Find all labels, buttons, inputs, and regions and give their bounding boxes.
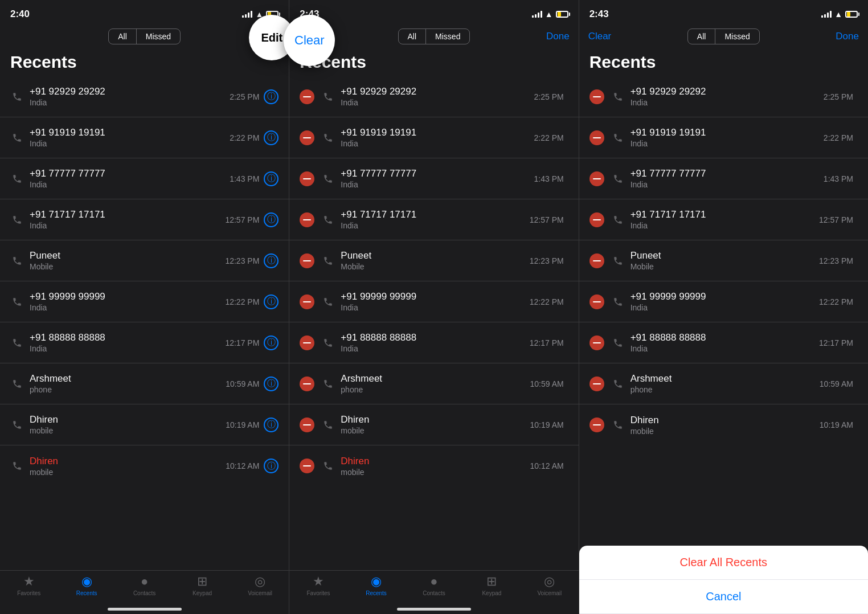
call-item[interactable]: +91 71717 17171India12:57 PM (289, 199, 578, 240)
call-subtext: mobile (341, 468, 530, 477)
signal-icon (821, 11, 832, 18)
call-time: 10:19 AM (530, 420, 564, 429)
call-time: 2:22 PM (230, 133, 259, 142)
call-item[interactable]: Dhirenmobile10:19 AM (289, 404, 578, 445)
info-button[interactable]: ⓘ (264, 212, 279, 227)
delete-button[interactable] (589, 171, 604, 186)
call-time: 12:22 PM (819, 297, 853, 306)
call-item[interactable]: +91 71717 17171India12:57 PM (579, 199, 868, 240)
call-item[interactable]: +91 77777 77777India1:43 PM (289, 158, 578, 199)
clear-circle-highlight[interactable]: Clear (284, 15, 335, 66)
info-button[interactable]: ⓘ (264, 294, 279, 309)
delete-button[interactable] (300, 335, 314, 350)
delete-button[interactable] (300, 294, 314, 309)
call-info: +91 71717 17171India (341, 209, 529, 230)
delete-button[interactable] (589, 294, 604, 309)
delete-button[interactable] (589, 376, 604, 391)
nav-bar: ClearAllMissedDoneClear (289, 25, 578, 50)
call-item[interactable]: Dhirenmobile10:19 AMⓘ (0, 404, 289, 445)
delete-button[interactable] (589, 130, 604, 145)
cancel-button[interactable]: Cancel (579, 580, 868, 614)
call-item[interactable]: +91 91919 19191India2:22 PMⓘ (0, 117, 289, 158)
delete-button[interactable] (589, 253, 604, 268)
info-button[interactable]: ⓘ (264, 89, 279, 104)
call-item[interactable]: +91 77777 77777India1:43 PM (579, 158, 868, 199)
call-item[interactable]: Arshmeetphone10:59 AM (579, 363, 868, 404)
tab-voicemail[interactable]: ◎Voicemail (243, 574, 277, 596)
tab-favorites[interactable]: ★Favorites (12, 574, 46, 596)
call-item[interactable]: +91 92929 29292India2:25 PM (289, 76, 578, 117)
delete-button[interactable] (300, 459, 314, 473)
delete-button[interactable] (300, 171, 314, 186)
delete-button[interactable] (589, 335, 604, 350)
call-subtext: India (630, 98, 824, 107)
segment-all[interactable]: All (399, 29, 427, 44)
call-item[interactable]: Dhirenmobile10:19 AM (579, 404, 868, 445)
tab-keypad[interactable]: ⊞Keypad (185, 574, 219, 596)
delete-button[interactable] (589, 417, 604, 432)
call-info: +91 77777 77777India (30, 168, 230, 189)
phone-icon (611, 92, 625, 102)
tab-voicemail[interactable]: ◎Voicemail (533, 574, 567, 596)
call-item[interactable]: PuneetMobile12:23 PM (289, 240, 578, 281)
call-item[interactable]: Arshmeetphone10:59 AMⓘ (0, 363, 289, 404)
delete-button[interactable] (300, 417, 314, 432)
tab-contacts[interactable]: ●Contacts (128, 574, 162, 596)
info-button[interactable]: ⓘ (264, 417, 279, 432)
call-time: 12:23 PM (225, 256, 259, 265)
call-item[interactable]: Dhirenmobile10:12 AMⓘ (0, 445, 289, 486)
call-time: 1:43 PM (534, 174, 564, 183)
segment-missed[interactable]: Missed (137, 29, 180, 44)
call-item[interactable]: +91 88888 88888India12:17 PMⓘ (0, 322, 289, 363)
info-button[interactable]: ⓘ (264, 376, 279, 391)
call-item[interactable]: +91 91919 19191India2:22 PM (289, 117, 578, 158)
call-item[interactable]: +91 92929 29292India2:25 PM (579, 76, 868, 117)
status-bar: 2:43 ▲ (289, 0, 578, 25)
segment-missed[interactable]: Missed (426, 29, 469, 44)
call-item[interactable]: Arshmeetphone10:59 AM (289, 363, 578, 404)
call-item[interactable]: +91 77777 77777India1:43 PMⓘ (0, 158, 289, 199)
info-button[interactable]: ⓘ (264, 171, 279, 186)
clear-button[interactable]: Clear (588, 28, 612, 44)
tab-recents[interactable]: ◉Recents (69, 574, 104, 596)
call-item[interactable]: +91 99999 99999India12:22 PMⓘ (0, 281, 289, 322)
call-item[interactable]: +91 71717 17171India12:57 PMⓘ (0, 199, 289, 240)
call-item[interactable]: +91 99999 99999India12:22 PM (579, 281, 868, 322)
tab-recents[interactable]: ◉Recents (359, 574, 394, 596)
favorites-tab-label: Favorites (17, 590, 40, 596)
segment-all[interactable]: All (109, 29, 137, 44)
call-item[interactable]: +91 88888 88888India12:17 PM (579, 322, 868, 363)
delete-button[interactable] (300, 89, 314, 104)
delete-button[interactable] (300, 212, 314, 227)
delete-button[interactable] (300, 253, 314, 268)
tab-contacts[interactable]: ●Contacts (417, 574, 451, 596)
edit-done-button[interactable]: Done (546, 28, 570, 44)
call-item[interactable]: +91 92929 29292India2:25 PMⓘ (0, 76, 289, 117)
call-item[interactable]: Dhirenmobile10:12 AM (289, 445, 578, 486)
info-button[interactable]: ⓘ (264, 335, 279, 350)
info-button[interactable]: ⓘ (264, 130, 279, 145)
delete-button[interactable] (300, 130, 314, 145)
segment-missed[interactable]: Missed (715, 29, 759, 44)
call-info: +91 92929 29292India (30, 86, 230, 107)
delete-button[interactable] (300, 376, 314, 391)
segment-all[interactable]: All (688, 29, 716, 44)
tab-keypad[interactable]: ⊞Keypad (474, 574, 509, 596)
keypad-tab-icon: ⊞ (197, 574, 207, 589)
clear-all-recents-button[interactable]: Clear All Recents (579, 546, 868, 580)
call-info: +91 77777 77777India (341, 168, 534, 189)
call-subtext: Mobile (630, 262, 819, 271)
call-item[interactable]: PuneetMobile12:23 PMⓘ (0, 240, 289, 281)
tab-favorites[interactable]: ★Favorites (301, 574, 335, 596)
call-name: +91 88888 88888 (30, 332, 225, 343)
call-item[interactable]: +91 91919 19191India2:22 PM (579, 117, 868, 158)
info-button[interactable]: ⓘ (264, 459, 279, 473)
clear-circle-label: Clear (294, 33, 325, 48)
edit-done-button[interactable]: Done (836, 28, 859, 44)
delete-button[interactable] (589, 212, 604, 227)
call-item[interactable]: PuneetMobile12:23 PM (579, 240, 868, 281)
call-item[interactable]: +91 88888 88888India12:17 PM (289, 322, 578, 363)
delete-button[interactable] (589, 89, 604, 104)
call-item[interactable]: +91 99999 99999India12:22 PM (289, 281, 578, 322)
info-button[interactable]: ⓘ (264, 253, 279, 268)
